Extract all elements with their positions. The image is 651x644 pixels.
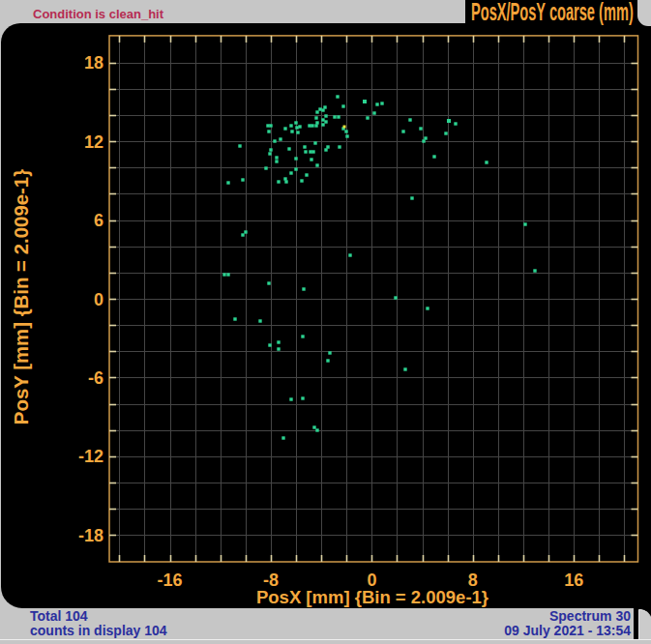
svg-text:12: 12 bbox=[84, 132, 104, 152]
svg-text:16: 16 bbox=[564, 571, 583, 590]
svg-text:-6: -6 bbox=[88, 368, 104, 388]
svg-text:-18: -18 bbox=[78, 526, 104, 545]
svg-text:6: 6 bbox=[94, 211, 104, 230]
svg-text:-16: -16 bbox=[158, 571, 183, 590]
svg-text:-12: -12 bbox=[78, 447, 104, 466]
svg-text:PosX [mm] {Bin = 2.009e-1}: PosX [mm] {Bin = 2.009e-1} bbox=[256, 587, 488, 607]
svg-text:PosY [mm] {Bin = 2.009e-1}: PosY [mm] {Bin = 2.009e-1} bbox=[11, 169, 32, 424]
svg-text:0: 0 bbox=[94, 290, 104, 309]
svg-text:18: 18 bbox=[84, 53, 104, 73]
